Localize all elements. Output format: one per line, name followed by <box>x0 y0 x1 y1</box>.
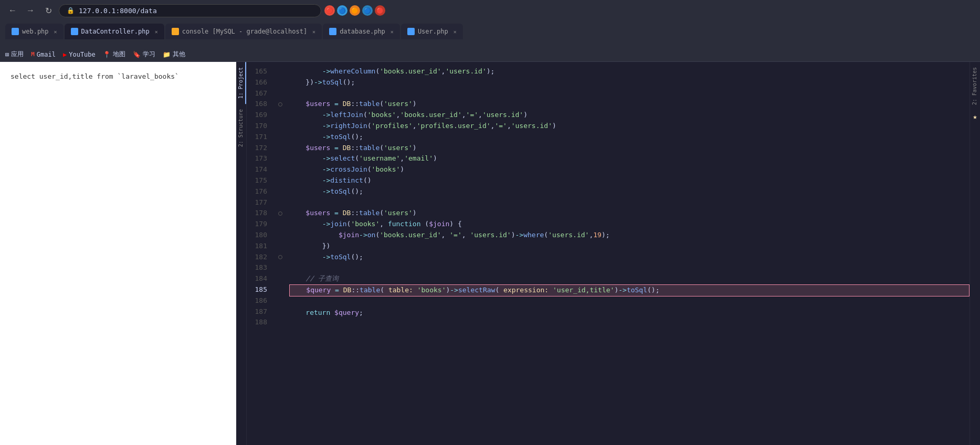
bookmark-apps[interactable]: ⊞ 应用 <box>5 50 24 59</box>
browser-content-panel: select user_id,title from `laravel_books… <box>0 62 236 445</box>
code-area: 165 166 167 168 169 170 171 172 173 174 … <box>247 62 970 445</box>
code-line-173: ->select('username','email') <box>289 153 970 164</box>
gutter-dot-182 <box>278 255 282 259</box>
bp-168 <box>278 99 282 110</box>
favorites-star-icon[interactable]: ★ <box>971 110 979 123</box>
ln-170: 170 <box>247 121 271 132</box>
side-panel-favorites: 2: Favorites ★ <box>970 62 980 445</box>
ext-icon-3[interactable]: 🟠 <box>350 5 360 16</box>
bp-178 <box>278 208 282 219</box>
maps-icon: 📍 <box>103 51 111 58</box>
gutter-dot-178 <box>278 211 282 216</box>
code-line-176: ->toSql(); <box>289 186 970 197</box>
ln-176: 176 <box>247 186 271 197</box>
ln-166: 166 <box>247 77 271 88</box>
ext-icon-1[interactable]: 🔴 <box>324 5 335 16</box>
tab-label-console: console [MySQL - grade@localhost] <box>182 28 307 35</box>
favorites-panel-tab[interactable]: 2: Favorites <box>970 62 980 110</box>
tab-data-controller[interactable]: DataController.php ✕ <box>65 24 164 39</box>
bookmark-gmail[interactable]: M Gmail <box>31 51 56 58</box>
code-line-184: // 子查询 <box>289 273 970 284</box>
bookmark-maps-label: 地图 <box>113 50 125 59</box>
gmail-icon: M <box>31 51 35 58</box>
ln-180: 180 <box>247 230 271 241</box>
ln-187: 187 <box>247 306 271 317</box>
code-line-174: ->crossJoin('books') <box>289 164 970 175</box>
code-line-181: }) <box>289 241 970 252</box>
ln-165: 165 <box>247 66 271 77</box>
code-line-180: $join->on('books.user_id', '=', 'users.i… <box>289 230 970 241</box>
tab-label-database-php: database.php <box>340 28 385 35</box>
forward-button[interactable]: → <box>23 3 38 18</box>
code-line-169: ->leftJoin('books','books.user_id','=','… <box>289 110 970 121</box>
bookmark-maps[interactable]: 📍 地图 <box>103 50 125 59</box>
tab-close-web-php[interactable]: ✕ <box>54 29 57 35</box>
tab-user-php[interactable]: User.php ✕ <box>401 24 463 39</box>
ln-184: 184 <box>247 273 271 284</box>
code-line-170: ->rightJoin('profiles','profiles.user_id… <box>289 121 970 132</box>
ln-171: 171 <box>247 132 271 143</box>
ext-icon-4[interactable]: 🔵 <box>362 5 373 16</box>
ln-183: 183 <box>247 262 271 273</box>
bookmark-other[interactable]: 📁 其他 <box>163 50 185 59</box>
bookmark-learn-label: 学习 <box>143 50 155 59</box>
bookmark-learn[interactable]: 🔖 学习 <box>133 50 155 59</box>
tab-label-user-php: User.php <box>418 28 448 35</box>
ext-icon-2[interactable]: 🔵 <box>337 5 347 16</box>
code-line-172: $users = DB::table('users') <box>289 143 970 154</box>
ln-168: 168 <box>247 99 271 110</box>
ln-181: 181 <box>247 241 271 252</box>
project-panel-tab[interactable]: 1: Project <box>236 62 246 104</box>
youtube-icon: ▶ <box>63 51 67 58</box>
ln-186: 186 <box>247 295 271 306</box>
tab-close-console[interactable]: ✕ <box>312 29 315 35</box>
bookmark-gmail-label: Gmail <box>37 51 56 58</box>
tab-close-data-controller[interactable]: ✕ <box>155 29 158 35</box>
apps-icon: ⊞ <box>5 51 9 58</box>
bp-182 <box>278 252 282 263</box>
back-button[interactable]: ← <box>5 3 20 18</box>
code-lines[interactable]: ->whereColumn('books.user_id','users.id'… <box>285 62 970 445</box>
tab-close-user-php[interactable]: ✕ <box>454 29 457 35</box>
bookmark-youtube[interactable]: ▶ YouTube <box>63 51 96 58</box>
ln-185: 185 <box>247 284 271 295</box>
code-line-177 <box>289 197 970 208</box>
bookmarks-bar: ⊞ 应用 M Gmail ▶ YouTube 📍 地图 🔖 学习 📁 其他 <box>0 47 980 62</box>
side-panel-project: 1: Project 2: Structure <box>236 62 247 445</box>
tab-favicon-database-php <box>329 28 336 35</box>
browser-tabs: web.php ✕ DataController.php ✕ console [… <box>0 21 980 39</box>
bookmark-apps-label: 应用 <box>11 50 24 59</box>
code-line-168: $users = DB::table('users') <box>289 99 970 110</box>
main-content: select user_id,title from `laravel_books… <box>0 62 980 445</box>
code-line-182: ->toSql(); <box>289 252 970 263</box>
tab-favicon-console <box>172 28 179 35</box>
tab-database-php[interactable]: database.php ✕ <box>323 24 400 39</box>
code-editor: 165 166 167 168 169 170 171 172 173 174 … <box>247 62 970 445</box>
tab-favicon-web-php <box>12 28 19 35</box>
ln-167: 167 <box>247 88 271 99</box>
tab-web-php[interactable]: web.php ✕ <box>5 24 64 39</box>
tab-console[interactable]: console [MySQL - grade@localhost] ✕ <box>165 24 322 39</box>
ln-169: 169 <box>247 110 271 121</box>
sql-result: select user_id,title from `laravel_books… <box>10 72 226 80</box>
learn-icon: 🔖 <box>133 51 141 58</box>
breakpoint-gutter <box>276 62 285 445</box>
ide-area: 1: Project 2: Structure 165 166 167 168 … <box>236 62 980 445</box>
code-line-187: return $query; <box>289 308 970 319</box>
ln-179: 179 <box>247 219 271 230</box>
reload-button[interactable]: ↻ <box>41 3 56 18</box>
url-text: 127.0.0.1:8000/data <box>79 7 157 15</box>
bookmark-other-label: 其他 <box>173 50 185 59</box>
code-line-167 <box>289 88 970 99</box>
ext-icon-5[interactable]: 🔴 <box>375 5 385 16</box>
tab-favicon-data-controller <box>71 28 78 35</box>
tab-label-data-controller: DataController.php <box>81 28 150 35</box>
lock-icon: 🔒 <box>67 7 75 14</box>
code-line-171: ->toSql(); <box>289 132 970 143</box>
structure-panel-tab[interactable]: 2: Structure <box>236 104 246 152</box>
address-bar[interactable]: 🔒 127.0.0.1:8000/data <box>59 4 321 17</box>
ln-188: 188 <box>247 317 271 328</box>
tab-close-database-php[interactable]: ✕ <box>391 29 394 35</box>
code-line-186 <box>289 296 970 308</box>
code-line-166: })->toSql(); <box>289 77 970 88</box>
